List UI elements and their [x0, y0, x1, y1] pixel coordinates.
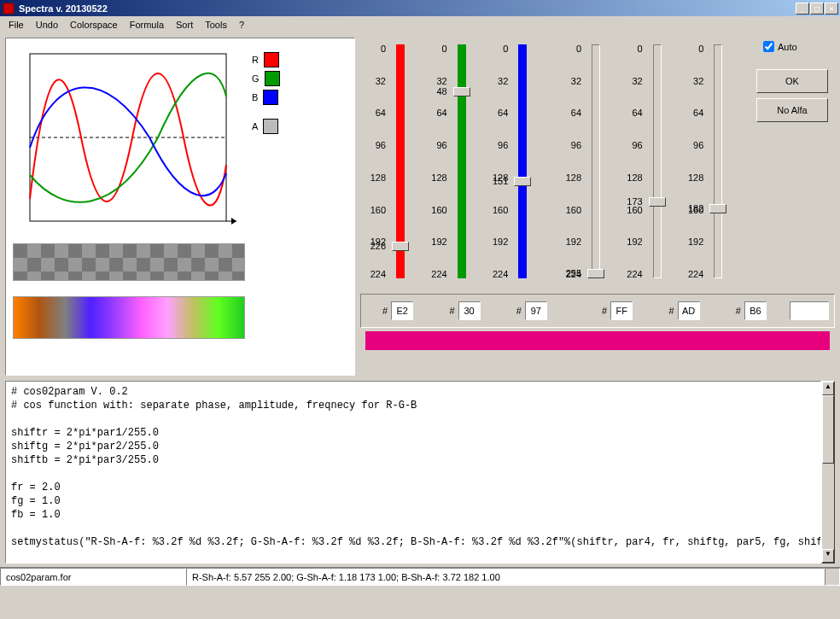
slider-thumb[interactable]: [514, 177, 531, 186]
sliders-group: 0326496128160192224226032649612816019222…: [360, 38, 743, 290]
slider-thumb[interactable]: [453, 87, 470, 96]
scroll-up-icon[interactable]: ▲: [822, 382, 834, 395]
slider-value: 48: [436, 86, 446, 96]
auto-checkbox[interactable]: [763, 41, 774, 52]
statusbar: cos02param.for R-Sh-A-f: 5.57 255 2.00; …: [0, 567, 840, 586]
menu-tools[interactable]: Tools: [200, 18, 232, 32]
menu-colorspace[interactable]: Colorspace: [65, 18, 123, 32]
slider-value: 151: [493, 176, 508, 186]
legend-a-label: A: [252, 121, 258, 131]
checker-preview: [13, 243, 245, 281]
slider-ticks: 0326496128160192224: [619, 41, 643, 282]
result-color-bar: [365, 331, 830, 350]
close-button[interactable]: ×: [825, 3, 838, 15]
legend-b-swatch: [263, 90, 278, 105]
slider-ticks: 0326496128160192224: [557, 41, 581, 282]
code-scrollbar[interactable]: ▲ ▼: [821, 381, 835, 564]
legend-r-swatch: [264, 52, 279, 67]
slider-value: 255: [566, 268, 581, 278]
hex-row: # # # # # #: [360, 294, 835, 328]
slider-thumb[interactable]: [649, 197, 666, 207]
app-icon: [2, 2, 15, 15]
hex-label-r: #: [382, 306, 388, 316]
menu-formula[interactable]: Formula: [125, 18, 169, 32]
gradient-preview: [13, 296, 245, 339]
status-filename: cos02param.for: [0, 568, 186, 586]
status-grip: [825, 568, 840, 586]
hex-label-g: #: [449, 306, 454, 316]
no-alfa-button[interactable]: No Alfa: [756, 98, 828, 122]
hex-label-p4: #: [602, 306, 607, 316]
legend-a-swatch: [263, 119, 278, 134]
hex-input-p5[interactable]: [678, 301, 700, 320]
code-text[interactable]: # cos02param V. 0.2 # cos function with:…: [5, 381, 821, 564]
slider-value: 173: [627, 196, 642, 207]
hex-input-r[interactable]: [391, 301, 413, 320]
slider-ticks: 0326496128160192224: [484, 41, 508, 282]
slider-ticks: 0326496128160192224: [680, 41, 703, 282]
svg-marker-4: [231, 218, 236, 225]
color-output: [790, 301, 829, 320]
hex-label-p6: #: [736, 306, 741, 316]
menubar: File Undo Colorspace Formula Sort Tools …: [0, 16, 840, 32]
slider-p5[interactable]: 0326496128160192224173: [619, 41, 680, 287]
legend-g-label: G: [252, 73, 260, 84]
legend-r-label: R: [252, 55, 259, 65]
waveform-graph: [13, 45, 245, 238]
legend: R G B A: [252, 45, 280, 238]
slider-value: 182: [688, 203, 703, 213]
graph-panel: R G B A: [5, 38, 355, 376]
scroll-down-icon[interactable]: ▼: [822, 549, 834, 563]
status-message: R-Sh-A-f: 5.57 255 2.00; G-Sh-A-f: 1.18 …: [186, 568, 825, 586]
hex-input-g[interactable]: [458, 301, 481, 320]
slider-p6[interactable]: 0326496128160192224182: [680, 41, 741, 287]
slider-value: 226: [370, 241, 386, 251]
menu-file[interactable]: File: [3, 18, 29, 32]
window-title: Spectra v. 20130522: [19, 3, 796, 14]
minimize-button[interactable]: _: [796, 3, 809, 15]
menu-sort[interactable]: Sort: [171, 18, 198, 32]
hex-input-b[interactable]: [525, 301, 547, 320]
hex-label-p5: #: [668, 306, 674, 316]
slider-thumb[interactable]: [392, 242, 409, 251]
menu-undo[interactable]: Undo: [31, 18, 63, 32]
slider-thumb[interactable]: [587, 269, 604, 278]
legend-b-label: B: [252, 92, 258, 102]
ok-button[interactable]: OK: [756, 69, 828, 93]
hex-input-p6[interactable]: [744, 301, 767, 320]
auto-label: Auto: [778, 42, 797, 52]
slider-green[interactable]: 032649612816019222448: [423, 41, 485, 287]
scroll-thumb[interactable]: [822, 395, 834, 464]
slider-p4[interactable]: 0326496128160192224255: [557, 41, 619, 287]
legend-g-swatch: [265, 71, 280, 86]
slider-red[interactable]: 0326496128160192224226: [362, 41, 423, 287]
hex-label-b: #: [516, 306, 522, 316]
hex-input-p4[interactable]: [610, 301, 633, 320]
maximize-button[interactable]: □: [810, 3, 824, 15]
titlebar: Spectra v. 20130522 _ □ ×: [0, 0, 840, 16]
slider-thumb[interactable]: [709, 204, 726, 213]
menu-help[interactable]: ?: [234, 18, 249, 32]
slider-blue[interactable]: 0326496128160192224151: [484, 41, 545, 287]
svg-rect-0: [3, 3, 14, 14]
slider-ticks: 0326496128160192224: [423, 41, 447, 282]
